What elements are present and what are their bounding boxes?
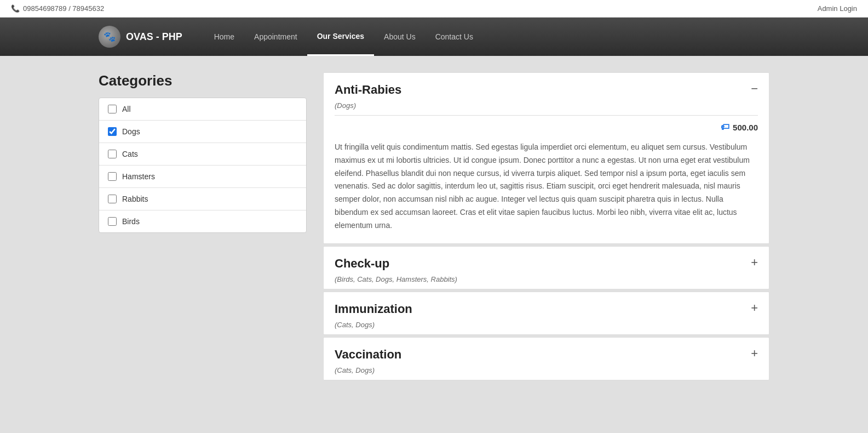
service-anti-rabies-title: Anti-Rabies — [335, 83, 401, 97]
service-anti-rabies-description: Ut fringilla velit quis condimentum matt… — [324, 136, 769, 243]
nav-about-us[interactable]: About Us — [374, 18, 426, 56]
category-hamsters[interactable]: Hamsters — [99, 166, 306, 188]
service-checkup-toggle[interactable]: + — [751, 257, 758, 269]
category-label-birds: Birds — [122, 217, 140, 226]
checkbox-rabbits[interactable] — [108, 195, 117, 203]
service-anti-rabies-header[interactable]: Anti-Rabies − — [324, 73, 769, 101]
service-checkup-subtitle: (Birds, Cats, Dogs, Hamsters, Rabbits) — [324, 275, 769, 289]
categories-title: Categories — [99, 72, 307, 89]
service-anti-rabies-toggle[interactable]: − — [751, 83, 758, 95]
category-label-all: All — [122, 105, 131, 113]
phone-number: 09854698789 / 78945632 — [23, 4, 104, 13]
admin-login-link[interactable]: Admin Login — [818, 4, 857, 13]
nav-home[interactable]: Home — [204, 18, 244, 56]
category-label-rabbits: Rabbits — [122, 195, 148, 203]
service-anti-rabies-price-value: 500.00 — [733, 123, 758, 132]
service-vaccination-subtitle: (Cats, Dogs) — [324, 366, 769, 380]
sidebar: Categories All Dogs Cats Hamsters Rabbit… — [99, 72, 307, 417]
service-vaccination-title: Vaccination — [335, 347, 401, 362]
service-immunization-toggle[interactable]: + — [751, 302, 758, 314]
checkbox-all[interactable] — [108, 105, 117, 113]
checkbox-hamsters[interactable] — [108, 172, 117, 181]
service-immunization-header[interactable]: Immunization + — [324, 292, 769, 321]
service-vaccination: Vaccination + (Cats, Dogs) — [323, 337, 769, 380]
checkbox-cats[interactable] — [108, 150, 117, 158]
category-label-dogs: Dogs — [122, 127, 140, 136]
service-anti-rabies: Anti-Rabies − (Dogs) 🏷 500.00 Ut fringil… — [323, 72, 769, 244]
navbar: 🐾 OVAS - PHP Home Appointment Our Servic… — [0, 18, 868, 56]
service-immunization-title: Immunization — [335, 302, 412, 316]
service-anti-rabies-subtitle: (Dogs) — [324, 101, 769, 115]
category-dogs[interactable]: Dogs — [99, 121, 306, 143]
top-bar: 📞 09854698789 / 78945632 Admin Login — [0, 0, 868, 18]
phone-info: 📞 09854698789 / 78945632 — [11, 4, 104, 13]
category-cats[interactable]: Cats — [99, 143, 306, 166]
brand-name: OVAS - PHP — [126, 31, 182, 43]
service-immunization: Immunization + (Cats, Dogs) — [323, 292, 769, 335]
price-tag-icon: 🏷 — [721, 122, 729, 132]
nav-contact-us[interactable]: Contact Us — [426, 18, 483, 56]
category-rabbits[interactable]: Rabbits — [99, 188, 306, 210]
brand-logo: 🐾 — [99, 26, 120, 48]
services-panel: Anti-Rabies − (Dogs) 🏷 500.00 Ut fringil… — [323, 72, 769, 417]
category-all[interactable]: All — [99, 98, 306, 121]
main-content: Categories All Dogs Cats Hamsters Rabbit… — [0, 56, 868, 433]
phone-icon: 📞 — [11, 4, 20, 13]
service-anti-rabies-price: 🏷 500.00 — [324, 116, 769, 136]
service-checkup-header[interactable]: Check-up + — [324, 247, 769, 275]
nav-appointment[interactable]: Appointment — [244, 18, 307, 56]
category-label-cats: Cats — [122, 150, 138, 158]
category-label-hamsters: Hamsters — [122, 172, 155, 181]
category-birds[interactable]: Birds — [99, 210, 306, 232]
nav-links: Home Appointment Our Services About Us C… — [204, 18, 483, 56]
service-checkup: Check-up + (Birds, Cats, Dogs, Hamsters,… — [323, 246, 769, 289]
service-immunization-subtitle: (Cats, Dogs) — [324, 321, 769, 334]
category-list: All Dogs Cats Hamsters Rabbits Birds — [99, 98, 307, 233]
service-vaccination-header[interactable]: Vaccination + — [324, 338, 769, 366]
service-vaccination-toggle[interactable]: + — [751, 347, 758, 360]
brand: 🐾 OVAS - PHP — [99, 26, 182, 48]
service-checkup-title: Check-up — [335, 257, 389, 271]
checkbox-dogs[interactable] — [108, 127, 117, 136]
checkbox-birds[interactable] — [108, 217, 117, 226]
nav-our-services[interactable]: Our Services — [307, 18, 374, 56]
